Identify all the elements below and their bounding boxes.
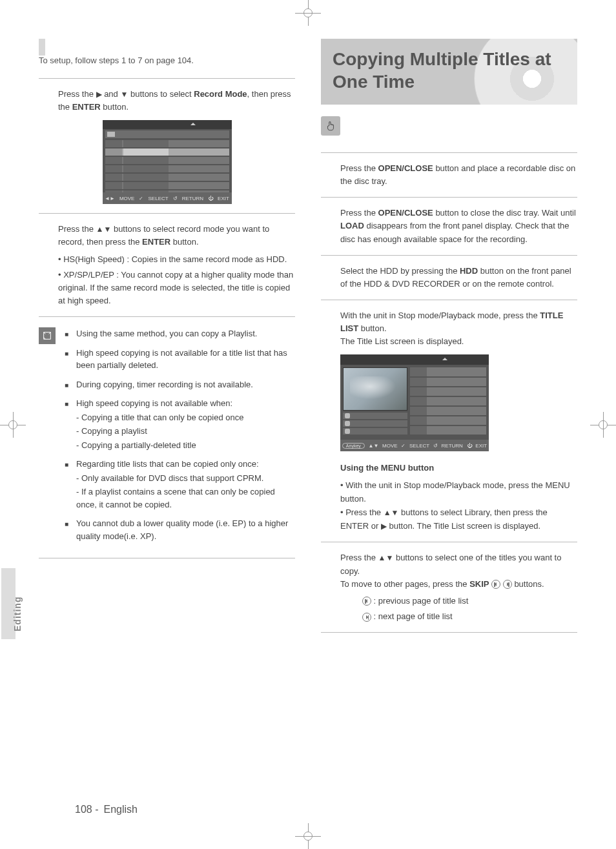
skip-next-icon	[503, 580, 512, 589]
divider	[321, 632, 577, 633]
step-4: With the unit in Stop mode/Playback mode…	[340, 309, 577, 348]
skip-prev-icon	[491, 580, 500, 589]
note-item: Regarding title lists that can be copied…	[76, 459, 259, 469]
page-footer: 108 -English	[75, 804, 138, 815]
enter-button-label: ENTER	[340, 521, 369, 531]
note-item: High speed copying is not available for …	[76, 347, 295, 372]
divider	[39, 316, 295, 317]
skip-next-desc: : next page of title list	[371, 611, 453, 621]
skip-next-icon	[362, 613, 371, 622]
section-title-box: Copying Multiple Titles at One Time	[321, 39, 577, 105]
left-column: To setup, follow steps 1 to 7 on page 10…	[39, 39, 295, 642]
ui-screenshot-copy-list: ◄►MOVE ✓SELECT ↺RETURN ⏻EXIT	[103, 120, 232, 204]
load-label: LOAD	[340, 221, 364, 230]
enter-button-label: ENTER	[72, 102, 101, 112]
open-close-button-label: OPEN/CLOSE	[378, 208, 433, 218]
page-language: English	[103, 804, 137, 815]
term-record-mode: Record Mode	[194, 89, 247, 99]
note-item: High speed copying is not available when…	[76, 398, 232, 408]
using-menu-block: Using the MENU button • With the unit in…	[340, 462, 577, 533]
crop-mark-top	[295, 0, 321, 26]
up-down-arrow-icon: ▲▼	[96, 225, 112, 234]
hs-note: HS(High Speed) : Copies in the same reco…	[63, 254, 287, 264]
term-library: Library	[464, 507, 489, 517]
note-subitem: - Only available for DVD discs that supp…	[76, 472, 295, 485]
note-block: ■Using the same method, you can copy a P…	[39, 327, 295, 549]
crop-mark-left	[0, 412, 26, 438]
ui-screenshot-title-list: Anykey ▲▼MOVE ✓SELECT ↺RETURN ⏻EXIT	[340, 354, 489, 451]
crop-mark-right	[590, 412, 616, 438]
right-column: Copying Multiple Titles at One Time Pres…	[321, 39, 577, 642]
menu-button-label: MENU	[545, 480, 570, 490]
thumbnail-preview	[343, 367, 407, 411]
note-subitem: - Copying a title that can only be copie…	[76, 411, 243, 424]
divider	[39, 558, 295, 558]
step-5: Press the ▲▼ buttons to select one of th…	[340, 551, 577, 623]
down-arrow-icon: ▼	[120, 90, 128, 99]
hdd-button-label: HDD	[460, 266, 478, 276]
right-arrow-icon: ▶	[96, 90, 102, 99]
step-1: Press the OPEN/CLOSE button and place a …	[340, 162, 577, 188]
note-item: You cannot dub a lower quality mode (i.e…	[76, 517, 295, 542]
enter-button-label: ENTER	[142, 237, 170, 247]
page-number: 108 -	[75, 804, 98, 815]
note-item: During copying, timer recording is not a…	[76, 378, 253, 391]
divider	[321, 542, 577, 542]
divider	[321, 152, 577, 153]
note-subitem: - If a playlist contains a scene that ca…	[76, 486, 295, 511]
touch-icon	[321, 116, 340, 136]
section-bar-icon	[39, 39, 45, 56]
skip-prev-desc: : previous page of title list	[371, 596, 468, 606]
side-tab-editing: Editing	[1, 568, 15, 639]
step-9: Press the ▲▼ buttons to select record mo…	[58, 223, 295, 307]
note-subitem: - Copying a partially-deleted title	[76, 439, 243, 452]
note-subitem: - Copying a playlist	[76, 425, 243, 438]
note-item: Using the same method, you can copy a Pl…	[76, 327, 257, 340]
xp-note: XP/SP/LP/EP : You cannot copy at a highe…	[58, 270, 293, 305]
up-down-arrow-icon: ▲▼	[384, 508, 399, 517]
crop-mark-bottom	[295, 823, 321, 849]
setup-reference-text: To setup, follow steps 1 to 7 on page 10…	[39, 56, 295, 65]
skip-button-label: SKIP	[469, 579, 489, 589]
step-8: Press the ▶ and ▼ buttons to select Reco…	[58, 88, 295, 114]
up-down-arrow-icon: ▲▼	[378, 553, 394, 562]
skip-prev-icon	[362, 597, 371, 606]
divider	[321, 300, 577, 300]
step-3: Select the HDD by pressing the HDD butto…	[340, 265, 577, 291]
step-2: Press the OPEN/CLOSE button to close the…	[340, 207, 577, 245]
open-close-button-label: OPEN/CLOSE	[378, 163, 433, 173]
right-arrow-icon: ▶	[381, 522, 387, 531]
section-title: Copying Multiple Titles at One Time	[333, 48, 566, 93]
divider	[321, 197, 577, 198]
divider	[321, 255, 577, 256]
using-menu-heading: Using the MENU button	[340, 462, 577, 475]
divider	[39, 213, 295, 214]
note-icon	[39, 327, 56, 344]
divider	[39, 78, 295, 79]
